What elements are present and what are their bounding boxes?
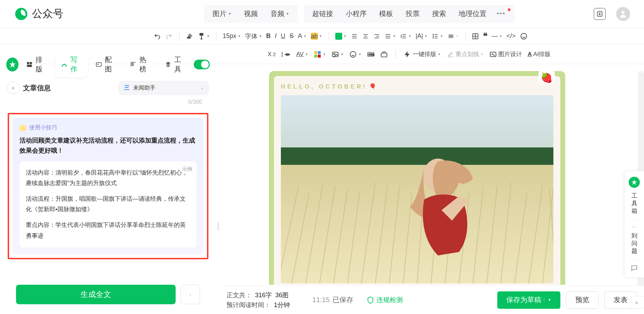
quote-button[interactable]: ❝ [483,31,488,41]
preview-button[interactable]: 预览 [566,291,599,309]
svg-rect-2 [200,33,204,35]
save-draft-button[interactable]: 保存为草稿▼ [497,291,560,309]
tip-badge: 使用小技巧 [29,124,57,131]
tab-write[interactable]: 写作 [55,52,88,77]
save-status: 已保存 [332,295,353,305]
highlight-line-button[interactable]: 重点划线▼ [446,50,484,58]
next-button[interactable]: › [181,285,200,304]
underline-button[interactable]: U [281,32,285,40]
brand[interactable]: 公众号 [14,7,63,21]
italic-button[interactable]: I [275,32,277,40]
save-time: 11:15 [312,296,330,304]
code-button[interactable]: </> [507,32,516,40]
chevron-down-icon: ▼ [228,12,231,16]
svg-rect-10 [318,51,321,54]
svg-point-4 [433,36,434,37]
menu-audio[interactable]: 音频▼ [264,5,296,23]
align-right-button[interactable] [373,33,380,40]
svg-rect-11 [314,54,317,57]
emoji-face-button[interactable] [520,32,528,40]
image-design-button[interactable]: 图片设计 [489,50,522,58]
format-painter-button[interactable]: ▼ [198,32,210,40]
align-left-button[interactable]: ▼ [335,33,347,40]
content-card: 🍓 HELLO, OCTOBER!🎈 [269,71,565,285]
menu-more[interactable]: ••• [493,5,510,23]
user-avatar[interactable] [616,7,630,21]
undo-button[interactable] [153,32,161,40]
redo-button[interactable] [165,32,173,40]
indent-button[interactable]: ▼ [384,33,396,40]
tab-layout[interactable]: 排版 [21,52,53,77]
tab-images[interactable]: 配图 [90,52,122,77]
align-justify-button[interactable] [351,33,358,40]
briefcase-button[interactable] [380,51,388,58]
text-direction-button[interactable]: I◂▸ [281,51,291,58]
svg-point-15 [350,51,356,57]
menu-location[interactable]: 地理位置 [452,5,493,23]
svg-rect-22 [27,65,32,67]
list-button[interactable]: ▼ [432,33,443,40]
resize-grip[interactable]: |||||| [217,223,218,229]
svg-rect-21 [30,62,32,64]
menu-miniprogram[interactable]: 小程序 [339,5,373,23]
right-dock[interactable]: 工具箱 ← 到问题 [624,171,644,278]
dock-collapse[interactable]: » [629,296,644,309]
dock-label-issues[interactable]: 到问题 [631,232,637,255]
readtime-value: 1分钟 [274,301,290,309]
clear-format-button[interactable] [186,32,193,40]
hero-photo[interactable] [281,95,553,283]
back-button[interactable]: ‹ [7,82,20,94]
assistant-label: 未闻助手 [133,84,155,92]
strike-button[interactable]: S [290,32,294,40]
svg-point-5 [433,38,434,38]
menu-hyperlink[interactable]: 超链接 [306,5,339,23]
highlight-button[interactable]: ab▼ [311,33,322,40]
spacing-button[interactable]: ▼ [447,33,459,40]
auto-layout-button[interactable]: 一键排版▼ [404,50,441,58]
generate-button[interactable]: 生成全文 [16,285,176,304]
side-badge-icon [6,58,18,71]
font-family-select[interactable]: 字体▼ [245,32,262,40]
menu-video[interactable]: 视频 [238,5,264,23]
font-size-select[interactable]: 15px▼ [223,32,241,40]
menu-vote[interactable]: 投票 [399,5,426,23]
subscript-button[interactable]: X2 [268,51,276,58]
svg-rect-23 [96,62,101,66]
toggle-switch[interactable] [194,60,210,69]
text-style-button[interactable]: |A|▼ [415,32,427,40]
emoji2-button[interactable]: ▼ [349,51,361,58]
svg-rect-6 [449,35,453,38]
assistant-select[interactable]: 三 未闻助手 ⌄ [118,81,209,95]
image-in-text-button[interactable]: ▼ [331,51,344,58]
tab-tools[interactable]: 工具 [159,52,192,77]
dock-label-toolbox[interactable]: 工具箱 [631,192,637,215]
text-color-button[interactable]: A▼ [298,32,307,40]
violation-check[interactable]: 违规检测 [367,296,403,305]
html-button[interactable]: HTML [367,51,375,58]
divider-button[interactable]: —▼ [492,32,503,40]
svg-rect-28 [281,165,553,283]
chevron-down-icon: ⌄ [201,86,204,90]
bold-button[interactable]: B [266,32,271,40]
table-button[interactable] [472,33,479,40]
dock-arrow-icon: ← [631,224,637,230]
line-height-button[interactable]: ▼ [400,33,412,40]
svg-text:HTML: HTML [369,53,375,55]
align-center-button[interactable] [362,33,369,40]
svg-point-8 [521,33,527,39]
color-swatch-button[interactable]: ▼ [314,51,326,58]
dock-badge-icon [629,177,640,188]
menu-template[interactable]: 模板 [373,5,399,23]
menu-search[interactable]: 搜索 [426,5,452,23]
menu-image[interactable]: 图片▼ [206,5,238,23]
svg-rect-25 [132,63,133,66]
export-icon[interactable] [594,8,606,20]
svg-point-14 [334,53,335,55]
ai-layout-button[interactable]: AAI排版 [528,50,551,58]
letterspacing-button[interactable]: AV▼ [296,51,308,58]
brand-label: 公众号 [32,7,63,21]
dock-chat-icon[interactable] [630,264,638,272]
notification-dot [508,8,511,11]
tip-card: 使用小技巧 活动回顾类文章建议补充活动流程，还可以添加重点流程，生成效果会更好哦… [13,118,204,254]
tab-trending[interactable]: 热榜 [124,52,157,77]
